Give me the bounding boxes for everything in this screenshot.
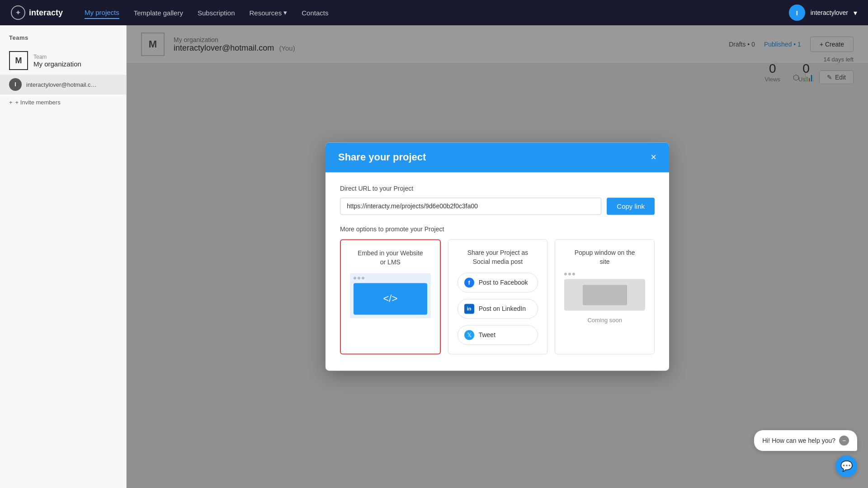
social-card: Share your Project asSocial media post f… <box>448 239 548 354</box>
popup-dot-2 <box>568 273 571 276</box>
sidebar: Teams M Team My organization I interacty… <box>0 25 127 488</box>
tweet-label: Tweet <box>479 332 495 339</box>
nav-contacts[interactable]: Contacts <box>302 7 328 19</box>
popup-preview <box>564 273 645 311</box>
user-menu: I interactylover ▾ <box>789 5 857 21</box>
url-row: Copy link <box>340 197 655 215</box>
team-info: Team My organization <box>33 54 81 68</box>
chat-bubble: Hi! How can we help you? − <box>754 430 857 451</box>
main-layout: Teams M Team My organization I interacty… <box>0 25 868 488</box>
facebook-label: Post to Facebook <box>479 279 528 286</box>
chat-bubble-text: Hi! How can we help you? <box>762 437 835 444</box>
coming-soon-label: Coming soon <box>587 317 622 324</box>
embed-code-box: </> <box>354 283 427 315</box>
modal-close-button[interactable]: × <box>651 152 656 162</box>
app-name: interacty <box>29 8 63 18</box>
post-on-linkedin-button[interactable]: in Post on LinkedIn <box>458 299 538 319</box>
user-name[interactable]: interactylover <box>811 9 848 16</box>
tweet-button[interactable]: 𝕏 Tweet <box>458 325 538 345</box>
dot-1 <box>354 277 356 280</box>
modal-title: Share your project <box>338 151 426 163</box>
sidebar-title: Teams <box>0 34 126 47</box>
share-project-modal: Share your project × Direct URL to your … <box>326 142 669 371</box>
embed-preview: </> <box>350 273 431 319</box>
avatar: I <box>789 5 805 21</box>
promo-options: Embed in your Websiteor LMS </> <box>340 239 655 354</box>
code-icon: </> <box>383 293 397 305</box>
popup-dot-3 <box>572 273 575 276</box>
modal-body: Direct URL to your Project Copy link Mor… <box>326 172 669 371</box>
team-label: Team <box>33 54 81 60</box>
dot-3 <box>362 277 364 280</box>
nav-template-gallery[interactable]: Template gallery <box>134 7 183 19</box>
nav-subscription[interactable]: Subscription <box>198 7 235 19</box>
invite-label: + Invite members <box>15 99 61 106</box>
post-to-facebook-button[interactable]: f Post to Facebook <box>458 273 538 293</box>
twitter-icon: 𝕏 <box>464 330 474 340</box>
app-logo: ✦ interacty <box>11 5 63 20</box>
facebook-icon: f <box>464 278 474 288</box>
sidebar-item-team[interactable]: M Team My organization <box>0 47 126 75</box>
linkedin-icon: in <box>464 304 474 314</box>
chevron-down-icon: ▾ <box>283 9 287 17</box>
chat-open-button[interactable]: 💬 <box>835 455 857 477</box>
copy-link-button[interactable]: Copy link <box>607 197 655 215</box>
dot-2 <box>358 277 360 280</box>
sidebar-user-item[interactable]: I interactylover@hotmail.com... <box>0 75 126 94</box>
nav-my-projects[interactable]: My projects <box>85 7 119 19</box>
popup-window-preview <box>564 279 645 311</box>
user-dropdown-icon[interactable]: ▾ <box>854 9 857 17</box>
sidebar-user-avatar: I <box>9 78 22 91</box>
nav-resources[interactable]: Resources ▾ <box>250 9 288 17</box>
modal-header: Share your project × <box>326 142 669 172</box>
embed-dots <box>354 277 427 280</box>
team-name: My organization <box>33 60 81 68</box>
project-url-input[interactable] <box>340 197 601 215</box>
invite-members-button[interactable]: + + Invite members <box>0 94 126 110</box>
messenger-icon: 💬 <box>840 460 853 472</box>
embed-card-title: Embed in your Websiteor LMS <box>358 249 423 267</box>
content-area: M My organization interactylover@hotmail… <box>127 25 868 488</box>
embed-card[interactable]: Embed in your Websiteor LMS </> <box>340 239 441 354</box>
sidebar-user-email: interactylover@hotmail.com... <box>26 81 99 88</box>
popup-inner-box <box>583 285 627 305</box>
popup-card-title: Popup window on thesite <box>575 249 635 266</box>
team-avatar: M <box>9 51 28 70</box>
url-section-label: Direct URL to your Project <box>340 185 655 192</box>
chat-widget: Hi! How can we help you? − 💬 <box>754 430 857 477</box>
logo-icon: ✦ <box>11 5 25 20</box>
linkedin-label: Post on LinkedIn <box>479 305 526 313</box>
social-card-title: Share your Project asSocial media post <box>467 249 528 266</box>
popup-dots <box>564 273 575 276</box>
top-navigation: ✦ interacty My projects Template gallery… <box>0 0 868 25</box>
plus-icon: + <box>9 99 13 106</box>
chat-close-button[interactable]: − <box>839 436 849 446</box>
promote-label: More options to promote your Project <box>340 225 655 233</box>
popup-card: Popup window on thesite Coming soo <box>555 239 655 354</box>
popup-dot-1 <box>564 273 567 276</box>
